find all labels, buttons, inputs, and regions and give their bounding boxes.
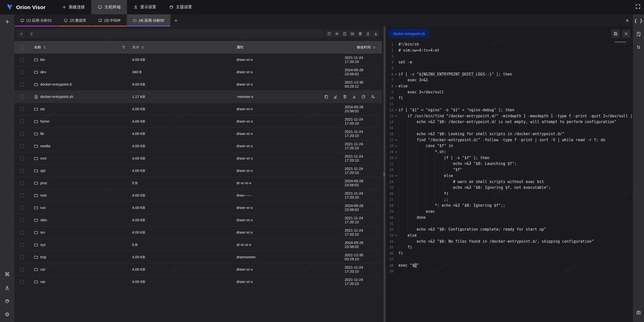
terminal-tab-1[interactable]: (1) 应用-分析01	[14, 14, 58, 26]
code-line[interactable]: 18 case "$f" in	[386, 143, 633, 149]
file-row-proc[interactable]: proc0 Bdr-xr-xr-x2024-05-28 23:58:02	[14, 177, 382, 189]
row-checkbox[interactable]	[20, 144, 24, 148]
fold-chevron-icon[interactable]	[393, 137, 398, 143]
terminal-tab-4[interactable]: (4) 应用-分析02	[127, 14, 170, 26]
transfer-list-button[interactable]	[634, 43, 643, 52]
code-line[interactable]: 17 find "/docker-entrypoint.d/" -follow …	[386, 137, 633, 143]
settings-button[interactable]: ⚙	[3, 310, 12, 319]
row-checkbox[interactable]	[20, 243, 24, 247]
row-checkbox[interactable]	[20, 95, 24, 99]
download-button[interactable]	[351, 94, 357, 100]
file-row-srv[interactable]: srv4.00 KBdrwxr-xr-x2021-11-24 17:20:10	[14, 226, 382, 239]
code-line[interactable]: 39	[386, 268, 633, 274]
new-tab-button[interactable]: ＋	[170, 14, 181, 26]
file-row-home[interactable]: home4.00 KBdrwxr-xr-x2021-11-24 17:20:10	[14, 115, 382, 128]
code-line[interactable]: 11	[386, 101, 633, 107]
fold-chevron-icon[interactable]	[393, 233, 398, 239]
row-checkbox[interactable]	[20, 58, 24, 62]
code-line[interactable]: 4set -e	[386, 59, 633, 65]
code-line[interactable]: 13 if /usr/bin/find "/docker-entrypoint.…	[386, 113, 633, 119]
row-checkbox[interactable]	[20, 169, 24, 173]
file-row-var[interactable]: var4.00 KBdrwxr-xr-x2021-11-24 17:20:10	[14, 276, 382, 288]
code-line[interactable]: 28 *) echo >&3 "$0: Ignoring $f";;	[386, 203, 633, 209]
fold-chevron-icon[interactable]	[393, 173, 398, 179]
row-checkbox[interactable]	[20, 70, 24, 74]
row-checkbox[interactable]	[20, 268, 24, 271]
code-line[interactable]: 3	[386, 53, 633, 59]
back-button[interactable]	[17, 29, 26, 38]
fullscreen-icon[interactable]	[635, 4, 641, 9]
row-checkbox[interactable]	[20, 218, 24, 222]
code-line[interactable]: 9 exec 3>/dev/null	[386, 89, 633, 95]
row-checkbox[interactable]	[20, 231, 24, 234]
code-editor[interactable]: 1#!/bin/sh2# vim:sw=4:ts=4:et34set -e56i…	[386, 41, 633, 322]
fold-chevron-icon[interactable]	[393, 71, 398, 78]
file-row-docker-entrypoint.d[interactable]: docker-entrypoint.d4.00 KBdrwxr-xr-x2021…	[14, 78, 382, 91]
panel-resize-handle[interactable]	[382, 26, 386, 322]
show-hidden-toggle-button[interactable]	[334, 30, 340, 37]
select-all-checkbox[interactable]	[20, 46, 24, 49]
code-line[interactable]: 12if [ "$1" = "nginx" -o "$1" = "nginx-d…	[386, 107, 633, 113]
code-line[interactable]: 35 fi	[386, 244, 633, 251]
close-editor-button[interactable]	[622, 29, 630, 38]
file-row-media[interactable]: media4.00 KBdrwxr-xr-x2021-11-24 17:20:1…	[14, 140, 382, 152]
move-button[interactable]	[360, 94, 367, 100]
nav-new-connection[interactable]: 新建连接	[56, 0, 91, 14]
code-line[interactable]: 34 echo >&3 "$0: No files found in /dock…	[386, 239, 633, 245]
code-line[interactable]: 32 echo >&3 "$0: Configuration complete;…	[386, 227, 633, 233]
file-row-mnt[interactable]: mnt4.00 KBdrwxr-xr-x2021-11-24 17:20:10	[14, 152, 382, 165]
nav-theme-settings[interactable]: 主题设置	[163, 0, 198, 14]
code-line[interactable]: 30 done	[386, 215, 633, 221]
delete-button[interactable]	[342, 94, 348, 100]
code-line[interactable]: 19 *.sh)	[386, 149, 633, 155]
row-checkbox[interactable]	[20, 181, 24, 185]
nav-host-terminal[interactable]: 主机终端	[91, 0, 127, 14]
code-line[interactable]: 26 fi	[386, 191, 633, 197]
fold-chevron-icon[interactable]	[393, 107, 398, 113]
code-line[interactable]: 16 echo >&3 "$0: Looking for shell scrip…	[386, 131, 633, 137]
fold-chevron-icon[interactable]	[393, 149, 398, 155]
code-braces-button[interactable]: { }	[634, 16, 643, 25]
file-row-tmp[interactable]: tmp4.00 KBdrwxrwxrwx2021-12-30 03:29:10	[14, 251, 382, 263]
path-input[interactable]	[35, 31, 321, 36]
edit-button[interactable]	[333, 94, 339, 100]
file-row-root[interactable]: root4.00 KBdrwx------2021-11-24 17:20:10	[14, 189, 382, 202]
code-line[interactable]: 8else	[386, 83, 633, 89]
code-line[interactable]: 10fi	[386, 95, 633, 101]
row-checkbox[interactable]	[20, 107, 24, 111]
row-checkbox[interactable]	[20, 280, 24, 284]
permission-button[interactable]	[370, 94, 376, 100]
fold-chevron-icon[interactable]	[393, 83, 398, 89]
row-checkbox[interactable]	[20, 120, 24, 123]
code-line[interactable]: 25 echo >&3 "$0: Ignoring $f, not execut…	[386, 185, 633, 191]
row-checkbox[interactable]	[20, 83, 24, 86]
code-line[interactable]: 20 if [ -x "$f" ]; then	[386, 155, 633, 161]
screenshot-button[interactable]	[634, 308, 643, 317]
new-connection-button[interactable]: ＋	[3, 17, 12, 26]
file-row-opt[interactable]: opt4.00 KBdrwxr-xr-x2021-11-24 17:20:10	[14, 165, 382, 177]
save-button[interactable]	[611, 29, 620, 38]
file-row-sbin[interactable]: sbin4.00 KBdrwxr-xr-x2021-11-24 17:20:10	[14, 214, 382, 226]
editor-file-tab[interactable]: docker-entrypoint.sh	[389, 29, 429, 38]
row-checkbox[interactable]	[20, 132, 24, 136]
filter-icon[interactable]	[122, 46, 126, 49]
new-file-button[interactable]	[341, 30, 348, 37]
copy-button[interactable]	[323, 94, 329, 100]
file-bookmark-button[interactable]	[634, 29, 643, 39]
code-line[interactable]: 33 else	[386, 233, 633, 239]
code-line[interactable]: 15	[386, 125, 633, 131]
upload-button[interactable]	[365, 30, 371, 37]
new-folder-button[interactable]	[349, 30, 356, 37]
file-row-docker-entrypoint.sh[interactable]: docker-entrypoint.sh1.17 KB-rwxrwxr-x	[14, 91, 382, 103]
code-line[interactable]: 5	[386, 65, 633, 71]
command-snippet-button[interactable]: ⌘	[3, 270, 12, 279]
download-button[interactable]	[373, 30, 379, 37]
theme-button[interactable]	[3, 297, 12, 306]
row-checkbox[interactable]	[20, 206, 24, 210]
code-line[interactable]: 27 ;;	[386, 197, 633, 203]
code-line[interactable]: 14 echo >&3 "$0: /docker-entrypoint.d/ i…	[386, 119, 633, 125]
file-row-usr[interactable]: usr4.00 KBdrwxr-xr-x2021-11-24 17:20:10	[14, 263, 382, 276]
user-profile-button[interactable]	[3, 283, 12, 292]
terminal-tab-3[interactable]: (3) 中间件	[92, 14, 127, 26]
sort-size-button[interactable]	[142, 46, 144, 49]
